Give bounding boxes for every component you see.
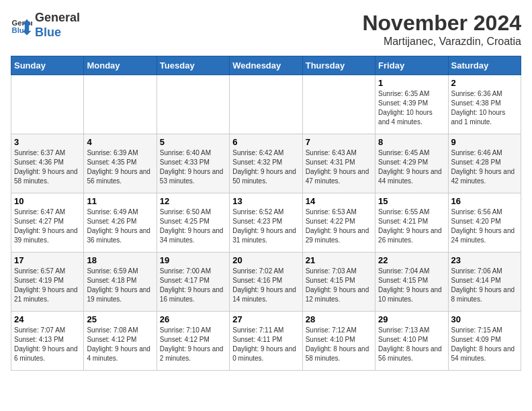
calendar-cell: 12Sunrise: 6:50 AM Sunset: 4:25 PM Dayli… [157, 193, 229, 253]
column-header-tuesday: Tuesday [157, 56, 229, 75]
day-info: Sunrise: 7:12 AM Sunset: 4:10 PM Dayligh… [306, 326, 372, 363]
day-info: Sunrise: 6:42 AM Sunset: 4:32 PM Dayligh… [232, 148, 299, 186]
calendar-cell: 1Sunrise: 6:35 AM Sunset: 4:39 PM Daylig… [375, 75, 448, 134]
column-header-monday: Monday [84, 56, 157, 75]
page-header: General Blue General Blue November 2024 … [11, 11, 521, 48]
calendar-cell: 7Sunrise: 6:43 AM Sunset: 4:31 PM Daylig… [302, 134, 375, 193]
day-number: 9 [451, 137, 518, 147]
day-info: Sunrise: 6:53 AM Sunset: 4:22 PM Dayligh… [306, 208, 372, 245]
day-number: 10 [14, 196, 81, 206]
day-info: Sunrise: 6:35 AM Sunset: 4:39 PM Dayligh… [378, 89, 445, 127]
calendar-cell: 26Sunrise: 7:10 AM Sunset: 4:12 PM Dayli… [157, 312, 229, 371]
calendar-cell: 13Sunrise: 6:52 AM Sunset: 4:23 PM Dayli… [230, 193, 302, 253]
day-number: 27 [232, 314, 299, 324]
calendar-cell: 25Sunrise: 7:08 AM Sunset: 4:12 PM Dayli… [84, 312, 157, 371]
calendar-week-2: 3Sunrise: 6:37 AM Sunset: 4:36 PM Daylig… [11, 134, 521, 193]
calendar-cell [157, 75, 229, 134]
month-title: November 2024 [362, 11, 521, 36]
title-block: November 2024 Martijanec, Varazdin, Croa… [362, 11, 521, 48]
calendar-week-3: 10Sunrise: 6:47 AM Sunset: 4:27 PM Dayli… [11, 193, 521, 253]
calendar-cell: 8Sunrise: 6:45 AM Sunset: 4:29 PM Daylig… [375, 134, 448, 193]
calendar-cell: 30Sunrise: 7:15 AM Sunset: 4:09 PM Dayli… [448, 312, 521, 371]
day-number: 6 [232, 137, 299, 147]
day-info: Sunrise: 7:10 AM Sunset: 4:12 PM Dayligh… [160, 326, 226, 363]
calendar-cell: 21Sunrise: 7:03 AM Sunset: 4:15 PM Dayli… [302, 253, 375, 312]
calendar-cell [302, 75, 375, 134]
calendar-cell: 16Sunrise: 6:56 AM Sunset: 4:20 PM Dayli… [448, 193, 521, 253]
day-info: Sunrise: 6:39 AM Sunset: 4:35 PM Dayligh… [87, 148, 153, 186]
calendar-cell: 20Sunrise: 7:02 AM Sunset: 4:16 PM Dayli… [230, 253, 302, 312]
calendar-week-1: 1Sunrise: 6:35 AM Sunset: 4:39 PM Daylig… [11, 75, 521, 134]
calendar-cell: 4Sunrise: 6:39 AM Sunset: 4:35 PM Daylig… [84, 134, 157, 193]
calendar-table: SundayMondayTuesdayWednesdayThursdayFrid… [11, 56, 521, 371]
calendar-cell [11, 75, 84, 134]
calendar-cell: 24Sunrise: 7:07 AM Sunset: 4:13 PM Dayli… [11, 312, 84, 371]
day-number: 22 [378, 255, 445, 265]
day-number: 26 [160, 314, 226, 324]
calendar-cell: 27Sunrise: 7:11 AM Sunset: 4:11 PM Dayli… [230, 312, 302, 371]
day-info: Sunrise: 6:52 AM Sunset: 4:23 PM Dayligh… [232, 208, 299, 245]
day-info: Sunrise: 7:13 AM Sunset: 4:10 PM Dayligh… [378, 326, 445, 363]
logo-blue-text: Blue [35, 26, 61, 39]
calendar-cell: 23Sunrise: 7:06 AM Sunset: 4:14 PM Dayli… [448, 253, 521, 312]
calendar-header: SundayMondayTuesdayWednesdayThursdayFrid… [11, 56, 521, 75]
day-number: 13 [232, 196, 299, 206]
logo-general-text: General [35, 11, 80, 24]
day-number: 29 [378, 314, 445, 324]
column-header-thursday: Thursday [302, 56, 375, 75]
day-info: Sunrise: 6:59 AM Sunset: 4:18 PM Dayligh… [87, 267, 153, 304]
day-info: Sunrise: 7:15 AM Sunset: 4:09 PM Dayligh… [451, 326, 518, 363]
day-number: 11 [87, 196, 153, 206]
day-number: 5 [160, 137, 226, 147]
day-number: 2 [451, 78, 518, 88]
day-info: Sunrise: 6:45 AM Sunset: 4:29 PM Dayligh… [378, 148, 445, 186]
calendar-cell: 17Sunrise: 6:57 AM Sunset: 4:19 PM Dayli… [11, 253, 84, 312]
day-info: Sunrise: 6:43 AM Sunset: 4:31 PM Dayligh… [306, 148, 372, 186]
calendar-cell: 11Sunrise: 6:49 AM Sunset: 4:26 PM Dayli… [84, 193, 157, 253]
day-info: Sunrise: 6:46 AM Sunset: 4:28 PM Dayligh… [451, 148, 518, 186]
day-info: Sunrise: 7:06 AM Sunset: 4:14 PM Dayligh… [451, 267, 518, 304]
column-header-saturday: Saturday [448, 56, 521, 75]
day-number: 3 [14, 137, 81, 147]
calendar-cell: 15Sunrise: 6:55 AM Sunset: 4:21 PM Dayli… [375, 193, 448, 253]
day-number: 16 [451, 196, 518, 206]
day-number: 23 [451, 255, 518, 265]
day-info: Sunrise: 7:08 AM Sunset: 4:12 PM Dayligh… [87, 326, 153, 363]
calendar-cell: 18Sunrise: 6:59 AM Sunset: 4:18 PM Dayli… [84, 253, 157, 312]
calendar-week-5: 24Sunrise: 7:07 AM Sunset: 4:13 PM Dayli… [11, 312, 521, 371]
calendar-cell: 3Sunrise: 6:37 AM Sunset: 4:36 PM Daylig… [11, 134, 84, 193]
day-info: Sunrise: 6:56 AM Sunset: 4:20 PM Dayligh… [451, 208, 518, 245]
day-number: 19 [160, 255, 226, 265]
calendar-cell: 29Sunrise: 7:13 AM Sunset: 4:10 PM Dayli… [375, 312, 448, 371]
column-header-friday: Friday [375, 56, 448, 75]
calendar-body: 1Sunrise: 6:35 AM Sunset: 4:39 PM Daylig… [11, 75, 521, 371]
day-info: Sunrise: 7:04 AM Sunset: 4:15 PM Dayligh… [378, 267, 445, 304]
day-number: 21 [306, 255, 372, 265]
calendar-cell [230, 75, 302, 134]
day-info: Sunrise: 7:03 AM Sunset: 4:15 PM Dayligh… [306, 267, 372, 304]
location-subtitle: Martijanec, Varazdin, Croatia [362, 36, 521, 48]
day-number: 24 [14, 314, 81, 324]
day-number: 28 [306, 314, 372, 324]
day-info: Sunrise: 6:47 AM Sunset: 4:27 PM Dayligh… [14, 208, 81, 245]
logo-icon: General Blue [11, 15, 32, 36]
calendar-cell: 9Sunrise: 6:46 AM Sunset: 4:28 PM Daylig… [448, 134, 521, 193]
day-info: Sunrise: 7:11 AM Sunset: 4:11 PM Dayligh… [232, 326, 299, 363]
day-info: Sunrise: 6:37 AM Sunset: 4:36 PM Dayligh… [14, 148, 81, 186]
day-info: Sunrise: 6:49 AM Sunset: 4:26 PM Dayligh… [87, 208, 153, 245]
calendar-cell: 5Sunrise: 6:40 AM Sunset: 4:33 PM Daylig… [157, 134, 229, 193]
day-number: 20 [232, 255, 299, 265]
day-info: Sunrise: 6:40 AM Sunset: 4:33 PM Dayligh… [160, 148, 226, 186]
calendar-cell: 14Sunrise: 6:53 AM Sunset: 4:22 PM Dayli… [302, 193, 375, 253]
day-info: Sunrise: 7:07 AM Sunset: 4:13 PM Dayligh… [14, 326, 81, 363]
column-header-sunday: Sunday [11, 56, 84, 75]
day-info: Sunrise: 6:36 AM Sunset: 4:38 PM Dayligh… [451, 89, 518, 127]
calendar-cell: 2Sunrise: 6:36 AM Sunset: 4:38 PM Daylig… [448, 75, 521, 134]
calendar-cell: 6Sunrise: 6:42 AM Sunset: 4:32 PM Daylig… [230, 134, 302, 193]
day-number: 30 [451, 314, 518, 324]
day-number: 15 [378, 196, 445, 206]
calendar-cell [84, 75, 157, 134]
day-info: Sunrise: 7:02 AM Sunset: 4:16 PM Dayligh… [232, 267, 299, 304]
day-number: 14 [306, 196, 372, 206]
calendar-week-4: 17Sunrise: 6:57 AM Sunset: 4:19 PM Dayli… [11, 253, 521, 312]
